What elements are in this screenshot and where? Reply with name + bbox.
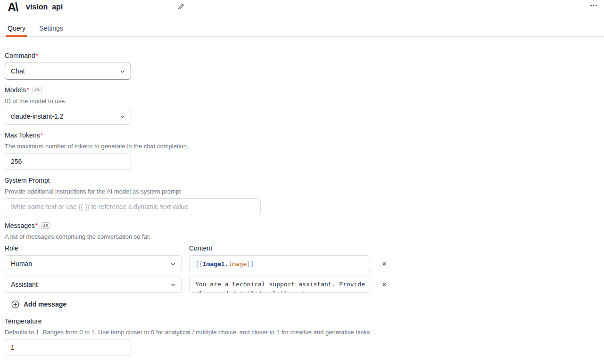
required-mark: * xyxy=(36,51,38,60)
role-column-header: Role xyxy=(5,243,182,253)
tab-query[interactable]: Query xyxy=(6,24,27,36)
chevron-down-icon xyxy=(119,113,126,120)
temperature-helper-text: Defaults to 1. Ranges from 0 to 1. Use t… xyxy=(5,328,596,337)
tab-settings[interactable]: Settings xyxy=(38,24,65,36)
message-role-value: Human xyxy=(11,260,32,267)
rename-action-button[interactable] xyxy=(175,1,186,12)
command-select-value: Chat xyxy=(11,67,25,75)
anthropic-logo-icon: A\ xyxy=(8,0,17,14)
more-options-button[interactable] xyxy=(588,2,599,8)
max-tokens-label: Max Tokens xyxy=(5,130,40,140)
command-select[interactable]: Chat xyxy=(5,63,131,80)
chevron-down-icon xyxy=(170,282,176,288)
system-prompt-label: System Prompt xyxy=(5,176,50,185)
required-mark: * xyxy=(40,130,42,140)
field-temperature: Temperature Defaults to 1. Ranges from 0… xyxy=(5,316,596,356)
messages-list: Role Content Human {{Image1.image}} ✕ As… xyxy=(5,243,596,293)
field-models: Models* JS ID of the model to use. claud… xyxy=(5,85,596,125)
ellipsis-icon xyxy=(590,4,597,7)
model-select[interactable]: claude-instant-1.2 xyxy=(5,108,131,125)
action-name-title[interactable]: vision_api xyxy=(26,3,63,11)
add-message-button[interactable]: Add message xyxy=(11,299,66,310)
messages-label: Messages xyxy=(5,221,35,230)
chevron-down-icon xyxy=(170,261,176,267)
plus-circle-icon xyxy=(11,300,19,308)
message-role-value: Assistant xyxy=(11,281,38,288)
close-icon: ✕ xyxy=(382,281,387,288)
message-role-select[interactable]: Human xyxy=(5,255,182,272)
max-tokens-input[interactable] xyxy=(5,153,131,170)
query-form: Command* Chat Models* JS ID of the model… xyxy=(0,37,604,356)
system-prompt-input[interactable] xyxy=(5,198,261,215)
field-system-prompt: System Prompt Provide additional instruc… xyxy=(5,176,596,215)
required-mark: * xyxy=(35,221,38,230)
content-column-header: Content xyxy=(189,243,370,253)
action-header: A\ vision_api xyxy=(0,0,604,14)
max-tokens-helper-text: The maximum number of tokens to generate… xyxy=(5,142,596,151)
field-max-tokens: Max Tokens* The maximum number of tokens… xyxy=(5,130,596,170)
remove-message-button[interactable]: ✕ xyxy=(378,255,391,272)
messages-helper-text: A list of messages comprising the conver… xyxy=(5,233,596,241)
field-command: Command* Chat xyxy=(5,51,596,80)
editor-tabs: Query Settings xyxy=(0,24,604,37)
message-content-input[interactable]: {{Image1.image}} xyxy=(189,255,370,272)
temperature-input[interactable] xyxy=(5,339,131,356)
remove-message-button[interactable]: ✕ xyxy=(378,276,391,293)
pencil-icon xyxy=(177,3,184,10)
chevron-down-icon xyxy=(119,68,126,75)
js-toggle[interactable]: JS xyxy=(41,222,50,229)
command-label: Command xyxy=(5,51,35,60)
required-mark: * xyxy=(26,85,29,95)
close-icon: ✕ xyxy=(382,260,387,267)
model-select-value: claude-instant-1.2 xyxy=(11,113,63,120)
message-role-select[interactable]: Assistant xyxy=(5,276,182,293)
js-toggle[interactable]: JS xyxy=(33,87,42,93)
field-messages: Messages* JS A list of messages comprisi… xyxy=(5,221,596,310)
models-label: Models xyxy=(5,85,26,95)
temperature-label: Temperature xyxy=(5,316,42,326)
message-content-input[interactable]: You are a technical support assistant. P… xyxy=(189,276,370,293)
system-prompt-helper-text: Provide additional instructions for the … xyxy=(5,187,596,196)
models-helper-text: ID of the model to use. xyxy=(5,97,596,105)
